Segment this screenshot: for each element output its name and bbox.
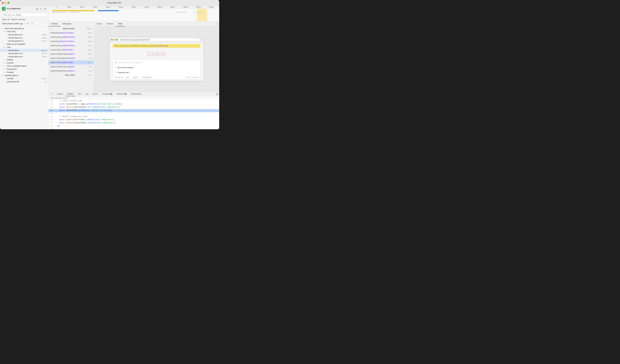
items-left-count: 0 items left <box>115 76 123 78</box>
filter-icon[interactable]: 👁 <box>26 22 30 25</box>
todo-banner: This is just a demo of TodoMVC for testi… <box>113 44 201 48</box>
test-item[interactable]: ✓ should allow me t... 740ms <box>0 52 48 55</box>
test-file-name: demo-todo-app.spec.ts <box>5 27 24 30</box>
action-item[interactable]: locator.fill getByPlaceholder(... 11ms <box>48 39 94 44</box>
group-label: Clear completed button <box>7 65 26 67</box>
tab-network[interactable]: Network 6 <box>114 92 129 96</box>
todo-checkbox-2[interactable]: ✓ <box>115 71 116 74</box>
tab-call[interactable]: Call <box>76 92 83 96</box>
action-item[interactable]: expect.toHaveClass getByTe... 2ms <box>48 69 94 73</box>
test-name: should allow me t... <box>8 34 24 36</box>
todo-item-text-1: Buy some cheese <box>117 66 134 69</box>
action-duration: 28ms <box>88 61 92 63</box>
action-locator: getByTe... <box>68 53 76 55</box>
action-item[interactable]: expect.not.toHaveClass getB... 2ms <box>48 56 94 61</box>
group-item[interactable]: ▾ ✓ Item <box>0 46 48 49</box>
maximize-button[interactable] <box>8 2 9 4</box>
test-file-header-demo-todo[interactable]: ▾ ✓ demo-todo-app.spec.ts <box>0 27 48 30</box>
tab-source[interactable]: Source <box>65 92 76 96</box>
test-item[interactable]: ✓ get started link 1.0s <box>0 80 48 83</box>
action-item[interactable]: locator.press getByPlacehold... 8ms <box>48 44 94 48</box>
filter-all-button[interactable]: All <box>125 76 129 78</box>
clear-completed-button[interactable]: Clear completed <box>186 76 199 78</box>
todo-checkbox-1[interactable]: ✓ <box>115 66 116 69</box>
action-prefix: locator.fill <box>50 32 59 34</box>
action-item[interactable]: locator.check getByTestId('t... 55ms <box>48 48 94 52</box>
code-line-139: 139 // Check second item. <box>48 100 219 103</box>
action-item[interactable]: expect.toHaveClass getByTe... 4ms <box>48 52 94 56</box>
test-item-selected[interactable]: ✓ should allow ... ▶ ⎘ 👁 <box>0 49 48 52</box>
banner-link[interactable]: real TodoMVC app. <box>154 45 168 47</box>
test-file-header-example[interactable]: ▾ ✓ example.spec.ts <box>0 74 48 77</box>
action-prefix: locator.press <box>50 36 62 38</box>
test-item[interactable]: ✓ should clear text ... 839ms <box>0 36 48 39</box>
search-input[interactable] <box>1 13 47 17</box>
copy-test-icon[interactable]: ⎘ <box>44 49 45 51</box>
minimize-button[interactable] <box>5 2 7 4</box>
tab-log[interactable]: Log <box>83 92 91 96</box>
tab-actions[interactable]: Actions <box>48 21 60 27</box>
ruler-mark-150: 150ms <box>89 6 102 8</box>
action-item[interactable]: expect.toHaveClass getByTe... 3ms <box>48 65 94 69</box>
expand-preview-icon[interactable]: ⤢ <box>215 22 219 26</box>
code-line-146: 146 await expect(secondTodo).toHaveClass… <box>48 121 219 125</box>
code-line-141: 141 await expect(secondTodo).not.toHaveC… <box>48 106 219 109</box>
action-group-after-hooks[interactable]: › After Hooks 5ms <box>48 73 94 77</box>
group-counter[interactable]: › ✓ Counter <box>0 61 48 64</box>
preview-panel: Action Before After ⤢ <box>94 21 219 92</box>
stop-button[interactable]: □ <box>24 23 25 25</box>
run-all-button[interactable]: ▶ <box>21 22 23 25</box>
action-item[interactable]: locator.fill getByPlaceholder... 18ms <box>48 31 94 35</box>
line-number: 145 <box>48 119 55 121</box>
sidebar: 🎭 PLAYWRIGHT ◑ ↺ ⊞ Status: all Projects:… <box>0 6 48 129</box>
group-clear-completed[interactable]: › ✓ Clear completed button <box>0 64 48 68</box>
ruler-mark-600: 600ms <box>205 6 218 8</box>
test-item[interactable]: ✓ should append ne... 927ms <box>0 39 48 43</box>
locator-icon: ⊙ <box>51 93 52 95</box>
group-mark-all[interactable]: › ✓ Mark all as completed <box>0 43 48 46</box>
tab-locator[interactable]: ⊙ <box>48 92 54 96</box>
tab-before[interactable]: Before <box>105 21 116 27</box>
pass-icon: ✓ <box>5 31 7 33</box>
action-item[interactable]: locator.press getByPlacehold... 34ms <box>48 35 94 39</box>
tab-console[interactable]: Console 1 <box>100 92 114 96</box>
close-button[interactable] <box>2 2 4 4</box>
code-line-143: 143 <box>48 112 219 115</box>
group-persistence[interactable]: › ✓ Persistence <box>0 68 48 71</box>
tab-action[interactable]: Action <box>94 21 105 27</box>
expand-icon[interactable]: ⊞ <box>43 7 46 10</box>
filter-completed-button[interactable]: Completed <box>141 76 152 78</box>
action-item-selected[interactable]: locator.check getByTestId('t... 28ms <box>48 61 94 65</box>
test-item[interactable]: ✓ should allow me t... 708ms <box>0 55 48 58</box>
tab-metadata[interactable]: Metadata <box>60 21 74 27</box>
browser-url-bar[interactable]: https://demo.playwright.dev/todomvc/#/ <box>119 38 200 41</box>
preview-tabs: Action Before After ⤢ <box>94 21 219 27</box>
group-routing[interactable]: › ✓ Routing <box>0 71 48 74</box>
refresh-icon[interactable]: ↺ <box>39 7 42 10</box>
line-number: 144 <box>48 116 55 118</box>
group-new-todo[interactable]: ▾ ✓ New Todo <box>0 30 48 33</box>
tab-errors[interactable]: Errors <box>91 92 100 96</box>
group-label: Persistence <box>7 68 17 70</box>
settings-icon[interactable]: ⎘ <box>31 22 34 25</box>
tab-locator-label[interactable]: Locator <box>54 92 65 96</box>
ruler-mark-400: 400ms <box>153 6 166 8</box>
action-locator: getByPlaceholder(... <box>59 40 76 42</box>
ruler-mark-50: 50ms <box>63 6 76 8</box>
test-item[interactable]: ✓ has title 591ms <box>0 77 48 80</box>
tab-attachments[interactable]: Attachments <box>129 92 144 96</box>
run-test-icon[interactable]: ▶ <box>42 49 43 51</box>
eye-test-icon[interactable]: 👁 <box>46 49 47 51</box>
timeline-highlight <box>197 9 207 21</box>
action-locator: getB... <box>71 57 76 59</box>
action-prefix: locator.check <box>50 49 62 51</box>
theme-toggle-icon[interactable]: ◑ <box>35 7 38 10</box>
test-item[interactable]: ✓ should allow me t... 896ms <box>0 33 48 36</box>
tab-after[interactable]: After <box>116 21 125 27</box>
action-duration: 8ms <box>89 45 92 46</box>
action-group-before-hooks[interactable]: › Before Hooks 330ms <box>48 27 94 31</box>
stats-text: 26/26 passed (100%) <box>2 23 20 25</box>
group-editing[interactable]: › ✓ Editing <box>0 58 48 61</box>
split-view-icon[interactable]: ⊟ <box>215 92 219 96</box>
filter-active-button[interactable]: Active <box>132 76 139 78</box>
